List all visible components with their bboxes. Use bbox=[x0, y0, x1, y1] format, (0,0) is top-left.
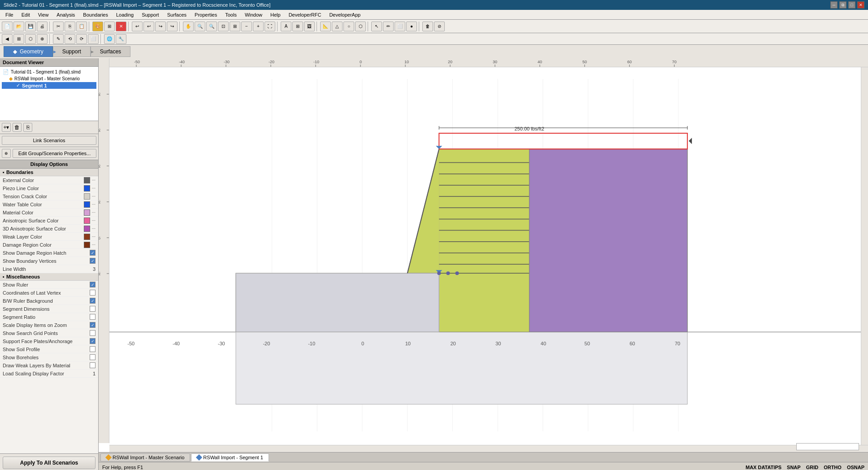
damage-color-swatch[interactable] bbox=[84, 242, 90, 248]
bottom-tab-segment[interactable]: RSWall Import - Segment 1 bbox=[191, 453, 269, 461]
menu-view[interactable]: View bbox=[35, 11, 52, 18]
water-color-dots[interactable]: ··· bbox=[92, 202, 95, 207]
circle-button[interactable]: ○ bbox=[343, 22, 354, 31]
external-color-dots[interactable]: ··· bbox=[92, 178, 95, 183]
search-input[interactable] bbox=[796, 443, 859, 450]
paste-button[interactable]: 📋 bbox=[76, 22, 87, 31]
material-color-dots[interactable]: ··· bbox=[92, 210, 95, 215]
zoom-plus-button[interactable]: + bbox=[253, 22, 264, 31]
shape-button[interactable]: △ bbox=[332, 22, 343, 31]
show-boreholes-checkbox[interactable] bbox=[90, 354, 95, 360]
undo2-button[interactable]: ↩ bbox=[143, 22, 154, 31]
new-button[interactable]: 📄 bbox=[2, 22, 13, 31]
menu-properties[interactable]: Properties bbox=[191, 11, 221, 18]
redo-button[interactable]: ↪ bbox=[155, 22, 166, 31]
show-boundary-vertices-checkbox[interactable] bbox=[90, 258, 95, 264]
minimize-button[interactable]: ─ bbox=[830, 1, 838, 9]
zoom-minus-button[interactable]: − bbox=[241, 22, 252, 31]
support-face-plates-checkbox[interactable] bbox=[90, 338, 95, 344]
stop-button[interactable]: ✕ bbox=[116, 22, 126, 31]
pan-button[interactable]: ✋ bbox=[183, 22, 194, 31]
bottom-tab-master[interactable]: RSWall Import - Master Scenario bbox=[100, 453, 190, 461]
menu-surfaces[interactable]: Surfaces bbox=[164, 11, 190, 18]
eraser-button[interactable]: ⬜ bbox=[395, 22, 405, 31]
cut-button[interactable]: ✂ bbox=[53, 22, 64, 31]
tab-support[interactable]: Support bbox=[53, 46, 91, 57]
show-soil-profile-checkbox[interactable] bbox=[90, 346, 95, 352]
bw-ruler-checkbox[interactable] bbox=[90, 298, 95, 304]
display-options-header[interactable]: Display Options bbox=[0, 160, 98, 169]
tb2-btn6[interactable]: ⟲ bbox=[65, 34, 75, 44]
weak-layer-color-dots[interactable]: ··· bbox=[92, 234, 95, 239]
material-color-swatch[interactable] bbox=[84, 209, 90, 216]
water-color-swatch[interactable] bbox=[84, 201, 90, 208]
tb2-btn3[interactable]: ⬡ bbox=[25, 34, 36, 44]
coordinates-last-vertex-checkbox[interactable] bbox=[90, 290, 95, 296]
tb2-btn10[interactable]: 🔧 bbox=[116, 34, 126, 44]
menu-tools[interactable]: Tools bbox=[221, 11, 240, 18]
segment-dimensions-checkbox[interactable] bbox=[90, 306, 95, 312]
undo-button[interactable]: ↩ bbox=[132, 22, 143, 31]
tree-item-master[interactable]: ◆ RSWall Import - Master Scenario bbox=[2, 75, 96, 82]
tree-item-segment[interactable]: ✓ Segment 1 bbox=[2, 82, 96, 89]
menu-boundaries[interactable]: Boundaries bbox=[79, 11, 112, 18]
table-button[interactable]: ⊞ bbox=[292, 22, 303, 31]
apply-scenarios-button[interactable]: Apply To All Scenarios bbox=[3, 457, 95, 469]
menu-support[interactable]: Support bbox=[138, 11, 163, 18]
delete-button[interactable]: 🗑 bbox=[422, 22, 433, 31]
menu-edit[interactable]: Edit bbox=[18, 11, 34, 18]
save-button[interactable]: 💾 bbox=[25, 22, 36, 31]
circle2-button[interactable]: ● bbox=[406, 22, 417, 31]
show-ruler-checkbox[interactable] bbox=[90, 282, 95, 287]
menu-help[interactable]: Help bbox=[267, 11, 284, 18]
tb2-btn7[interactable]: ⟳ bbox=[76, 34, 87, 44]
restore-button[interactable]: ⧉ bbox=[839, 1, 846, 9]
tension-color-dots[interactable]: ··· bbox=[92, 194, 95, 199]
copy-button[interactable]: ⎘ bbox=[65, 22, 75, 31]
segment-ratio-checkbox[interactable] bbox=[90, 314, 95, 320]
draw-weak-layers-checkbox[interactable] bbox=[90, 362, 95, 368]
delete2-button[interactable]: ⊘ bbox=[434, 22, 445, 31]
menu-analysis[interactable]: Analysis bbox=[53, 11, 78, 18]
piezo-color-dots[interactable]: ··· bbox=[92, 186, 95, 191]
close-button[interactable]: ✕ bbox=[857, 1, 864, 9]
display-button[interactable]: ⊞ bbox=[104, 22, 115, 31]
canvas-content[interactable]: 250.00 lbs/ft2 -50 -40 bbox=[109, 67, 868, 443]
damage-color-dots[interactable]: ··· bbox=[92, 242, 95, 247]
aniso3d-color-dots[interactable]: ··· bbox=[92, 226, 95, 231]
polygon-button[interactable]: ⬡ bbox=[355, 22, 366, 31]
pencil-button[interactable]: ✏ bbox=[383, 22, 394, 31]
copy-scenario-button[interactable]: ⎘ bbox=[23, 123, 32, 132]
pointer-button[interactable]: ↖ bbox=[371, 22, 382, 31]
aniso3d-color-swatch[interactable] bbox=[84, 226, 90, 232]
menu-developerrfc[interactable]: DeveloperRFC bbox=[285, 11, 325, 18]
zoom-in-button[interactable]: 🔍 bbox=[195, 22, 205, 31]
menu-window[interactable]: Window bbox=[241, 11, 266, 18]
scrollbar-vertical[interactable] bbox=[861, 67, 868, 445]
tb2-btn4[interactable]: ⊕ bbox=[37, 34, 48, 44]
tb2-btn2[interactable]: ⊞ bbox=[13, 34, 24, 44]
zoom-out-button[interactable]: 🔍 bbox=[206, 22, 217, 31]
canvas-viewport[interactable]: R- R- R- R- 0- R- bbox=[99, 58, 868, 452]
link-scenarios-button[interactable]: Link Scenarios bbox=[2, 136, 96, 145]
external-color-swatch[interactable] bbox=[84, 177, 90, 183]
redo2-button[interactable]: ↪ bbox=[167, 22, 178, 31]
add-scenario-button[interactable]: +▾ bbox=[2, 123, 11, 132]
zoom-all-button[interactable]: ⊞ bbox=[230, 22, 240, 31]
aniso-color-dots[interactable]: ··· bbox=[92, 218, 95, 223]
tab-surfaces[interactable]: Surfaces bbox=[91, 46, 130, 57]
tb2-btn8[interactable]: ⬜ bbox=[88, 34, 99, 44]
tension-color-swatch[interactable] bbox=[84, 193, 90, 200]
print-button[interactable]: 🖨 bbox=[37, 22, 48, 31]
tab-geometry[interactable]: ◆ Geometry bbox=[4, 46, 53, 57]
menu-loading[interactable]: Loading bbox=[113, 11, 137, 18]
menu-developerapp[interactable]: DeveloperApp bbox=[326, 11, 364, 18]
color-button[interactable]: 🎨 bbox=[92, 22, 103, 31]
delete-scenario-button[interactable]: 🗑 bbox=[13, 123, 22, 132]
piezo-color-swatch[interactable] bbox=[84, 185, 90, 191]
weak-layer-color-swatch[interactable] bbox=[84, 234, 90, 240]
tb2-btn1[interactable]: ◀ bbox=[2, 34, 13, 44]
open-button[interactable]: 📂 bbox=[13, 22, 24, 31]
tree-item-file[interactable]: 📄 Tutorial 01 - Segment 1 (final).slmd bbox=[2, 69, 96, 75]
menu-file[interactable]: File bbox=[2, 11, 17, 18]
